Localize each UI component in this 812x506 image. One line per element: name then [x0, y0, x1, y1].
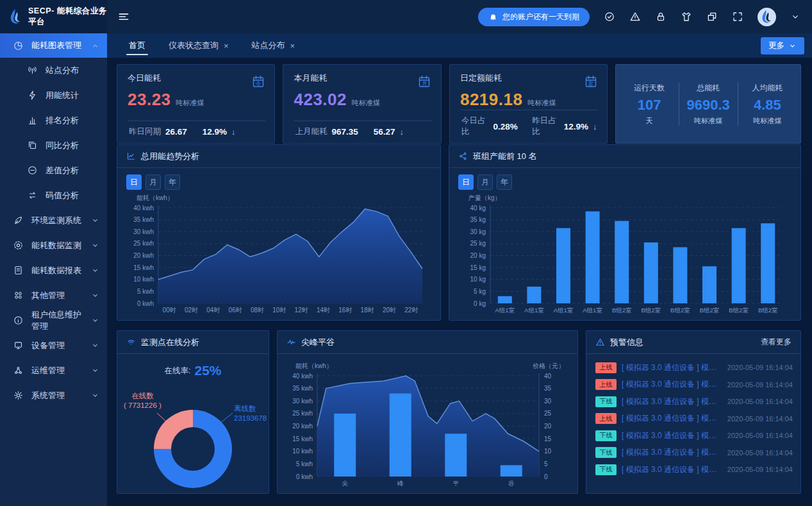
toggle-月[interactable]: 月 [477, 174, 493, 190]
chevron-down-icon [91, 241, 99, 249]
alert-timestamp: 2020-05-09 16:14:04 [727, 415, 793, 423]
kpi-title: 日定额能耗 [460, 72, 598, 84]
svg-text:平: 平 [453, 480, 460, 487]
svg-text:16时: 16时 [338, 307, 352, 314]
svg-text:5 kwh: 5 kwh [137, 288, 154, 295]
toggle-年[interactable]: 年 [165, 174, 180, 190]
sidebar-item-其他管理[interactable]: 其他管理 [0, 283, 107, 308]
toggle-月[interactable]: 月 [145, 174, 161, 190]
kpi-value: 423.02 [294, 90, 347, 110]
fullscreen-icon[interactable] [732, 11, 743, 22]
svg-text:40 kwh: 40 kwh [133, 205, 154, 212]
sidebar-item-label: 租户信息维护管理 [31, 309, 83, 332]
toggle-日[interactable]: 日 [458, 174, 474, 190]
toggle-年[interactable]: 年 [497, 174, 512, 190]
kpi-footer-value: 967.35 [331, 127, 358, 137]
nodes-icon [13, 365, 24, 376]
panel-title: 总用能趋势分析 [141, 151, 199, 162]
sidebar-item-差值分析[interactable]: 差值分析 [0, 158, 107, 183]
sidebar-item-站点分布[interactable]: 站点分布 [0, 58, 107, 83]
chevron-down-icon [91, 391, 99, 400]
lock-icon[interactable] [655, 11, 667, 22]
summary-stats-card: 运行天数107天总能耗9690.3吨标准煤人均能耗4.85吨标准煤 [615, 64, 801, 144]
alert-link[interactable]: [ 模拟器 3.0 通信设备 ] 模拟器 3.0... [622, 464, 722, 475]
tab-close-icon[interactable]: × [290, 41, 295, 51]
svg-text:00时: 00时 [163, 307, 176, 314]
pie-icon [13, 40, 24, 51]
chevron-down-icon [91, 291, 99, 299]
warning-triangle-icon[interactable] [629, 11, 641, 22]
alert-timestamp: 2020-05-09 16:14:04 [727, 466, 793, 473]
sidebar-item-排名分析[interactable]: 排名分析 [0, 108, 107, 133]
alert-link[interactable]: [ 模拟器 3.0 通信设备 ] 模拟器 3.0... [622, 413, 722, 424]
alert-link[interactable]: [ 模拟器 3.0 通信设备 ] 模拟器 3.0... [622, 362, 722, 373]
svg-text:B组2室: B组2室 [641, 307, 661, 314]
peak-valley-panel: 尖峰平谷 0 kwh05 kwh510 kwh1015 kwh1520 kwh2… [277, 330, 578, 494]
sidebar-item-同比分析[interactable]: 同比分析 [0, 133, 107, 158]
check-circle-icon[interactable] [604, 11, 615, 22]
sidebar-item-能耗图表管理[interactable]: 能耗图表管理 [0, 33, 107, 58]
avatar[interactable] [758, 8, 776, 26]
svg-text:02时: 02时 [185, 307, 198, 314]
kpi-footer-value: 12.9% [564, 122, 588, 131]
alert-link[interactable]: [ 模拟器 3.0 通信设备 ] 模拟器 3.0... [622, 396, 722, 407]
sidebar-item-系统管理[interactable]: 系统管理 [0, 383, 107, 408]
team-bar-chart: 0 kg5 kg10 kg15 kg20 kg25 kg30 kg35 kg40… [458, 192, 791, 316]
stat-value: 4.85 [738, 97, 797, 114]
alert-link[interactable]: [ 模拟器 3.0 通信设备 ] 模拟器 3.0... [622, 379, 722, 390]
tab-首页[interactable]: 首页 [117, 33, 157, 58]
svg-text:能耗（kwh）: 能耗（kwh） [295, 362, 333, 369]
status-badge: 上线 [595, 413, 617, 424]
view-more-link[interactable]: 查看更多 [761, 337, 791, 348]
panel-title: 监测点在线分析 [141, 337, 199, 348]
alerts-panel: 预警信息 查看更多 上线[ 模拟器 3.0 通信设备 ] 模拟器 3.0...2… [586, 330, 801, 494]
svg-text:10 kg: 10 kg [470, 276, 486, 283]
sidebar-item-码值分析[interactable]: 码值分析 [0, 183, 107, 208]
svg-text:A组1室: A组1室 [495, 307, 515, 314]
shirt-icon[interactable] [681, 11, 692, 22]
windows-icon[interactable] [706, 11, 718, 22]
sidebar-item-设备管理[interactable]: 设备管理 [0, 333, 107, 358]
sidebar-item-环境监测系统[interactable]: 环境监测系统 [0, 208, 107, 233]
kpi-card-日定额能耗: 日定额能耗8219.18吨标准煤今日占比0.28%昨日占比12.9%↓定 [449, 64, 608, 144]
account-notice-button[interactable]: 您的账户还有一天到期 [478, 8, 590, 26]
alert-link[interactable]: [ 模拟器 3.0 通信设备 ] 模拟器 3.0... [622, 447, 722, 458]
alert-link[interactable]: [ 模拟器 3.0 通信设备 ] 模拟器 3.0... [622, 430, 722, 441]
svg-text:20时: 20时 [383, 307, 396, 314]
svg-text:08时: 08时 [251, 307, 264, 314]
tab-close-icon[interactable]: × [224, 41, 229, 51]
sidebar-item-租户信息维护管理[interactable]: 租户信息维护管理 [0, 308, 107, 333]
svg-text:5: 5 [544, 460, 548, 468]
user-menu-chevron-icon[interactable] [790, 12, 800, 22]
stat-运行天数: 运行天数107天 [620, 83, 678, 126]
sidebar-item-label: 用能统计 [46, 90, 79, 101]
app-window: SECP- 能耗综合业务平台 您的账户还有一天到期 首页仪表状态查询×站点分布×… [0, 0, 812, 506]
kpi-footer-label: 上月能耗 [295, 126, 327, 137]
svg-text:B组2室: B组2室 [670, 307, 690, 314]
toggle-日[interactable]: 日 [126, 174, 142, 190]
tab-仪表状态查询[interactable]: 仪表状态查询× [157, 33, 240, 58]
grid-icon [13, 290, 24, 301]
antenna-icon [27, 65, 38, 76]
svg-text:10 kwh: 10 kwh [292, 448, 313, 455]
svg-text:10 kwh: 10 kwh [133, 276, 154, 283]
sidebar-item-用能统计[interactable]: 用能统计 [0, 83, 107, 108]
alert-timestamp: 2020-05-09 16:14:04 [727, 364, 793, 371]
panel-title: 预警信息 [610, 337, 643, 348]
svg-text:峰: 峰 [397, 480, 404, 487]
sidebar: 能耗图表管理站点分布用能统计排名分析同比分析差值分析码值分析环境监测系统能耗数据… [0, 33, 107, 506]
trend-down-arrow: ↓ [593, 122, 597, 131]
peak-valley-chart: 0 kwh05 kwh510 kwh1015 kwh1520 kwh2025 k… [285, 360, 570, 489]
donut-label-online: 在线数( 7731226 ) [124, 391, 162, 410]
collapse-menu-icon[interactable] [117, 10, 130, 23]
svg-text:22时: 22时 [404, 307, 418, 314]
sidebar-item-能耗数据报表[interactable]: 能耗数据报表 [0, 258, 107, 283]
tab-站点分布[interactable]: 站点分布× [240, 33, 307, 58]
svg-text:06时: 06时 [229, 307, 242, 314]
svg-text:产量（kg）: 产量（kg） [468, 194, 501, 201]
trend-down-arrow: ↓ [400, 127, 404, 137]
line-chart-icon [126, 151, 136, 161]
sidebar-item-能耗数据监测[interactable]: 能耗数据监测 [0, 233, 107, 258]
sidebar-item-运维管理[interactable]: 运维管理 [0, 358, 107, 383]
more-button[interactable]: 更多 [761, 37, 804, 55]
